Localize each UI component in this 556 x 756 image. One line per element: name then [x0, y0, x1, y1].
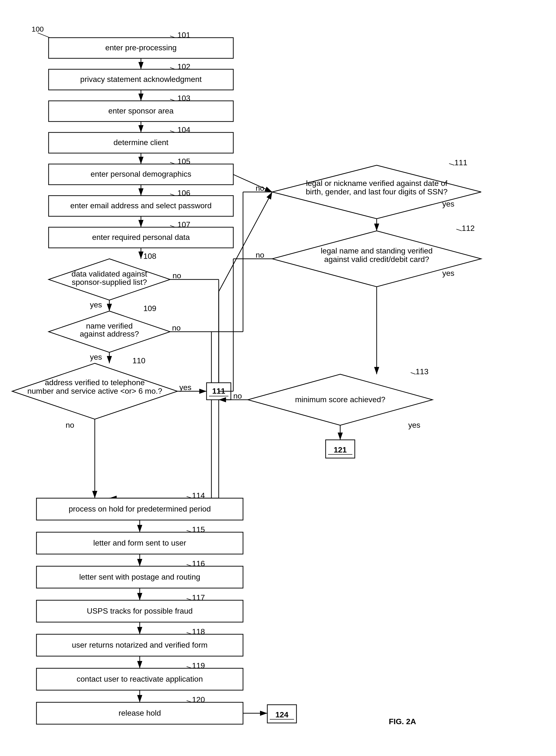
label-124: 124 — [275, 710, 288, 719]
ref-108: 108 — [143, 252, 156, 261]
ref-100: 100 — [32, 25, 44, 33]
label-118: user returns notarized and verified form — [72, 641, 208, 649]
label-107: enter required personal data — [92, 233, 190, 242]
label-108a: data validated against — [71, 270, 147, 278]
flowchart-diagram: 100 enter pre-processing 101 privacy sta… — [0, 0, 556, 756]
label-113-yes: yes — [408, 421, 420, 429]
label-109-no: no — [172, 323, 181, 332]
ref-111b: 111 — [454, 158, 467, 167]
label-112b: against valid credit/debit card? — [324, 255, 429, 264]
label-112-no: no — [256, 250, 265, 259]
label-121: 121 — [334, 445, 347, 454]
ref-112: 112 — [462, 224, 475, 233]
label-112a: legal name and standing verified — [321, 246, 433, 255]
label-109-yes: yes — [90, 353, 102, 362]
ref-106: 106 — [177, 188, 190, 197]
ref-118: 118 — [192, 627, 205, 636]
ref-115: 115 — [192, 525, 205, 534]
label-104: determine client — [113, 138, 168, 147]
label-110-no: no — [66, 421, 74, 429]
ref-103: 103 — [177, 94, 190, 103]
ref-113: 113 — [416, 367, 428, 376]
label-112-yes: yes — [442, 269, 454, 277]
ref-102: 102 — [177, 62, 190, 71]
ref-107: 107 — [177, 220, 190, 229]
ref-101: 101 — [177, 31, 190, 39]
label-114: process on hold for predetermined period — [69, 505, 211, 513]
label-108-no: no — [173, 271, 181, 280]
label-120: release hold — [118, 709, 161, 717]
label-116: letter sent with postage and routing — [79, 573, 200, 581]
ref-109: 109 — [143, 304, 156, 313]
label-101: enter pre-processing — [105, 43, 176, 52]
fig-label: FIG. 2A — [389, 717, 416, 726]
ref-104: 104 — [177, 126, 190, 134]
label-111b-b: birth, gender, and last four digits of S… — [306, 187, 447, 196]
ref-105: 105 — [177, 157, 190, 166]
label-117: USPS tracks for possible fraud — [87, 607, 193, 615]
label-115: letter and form sent to user — [93, 539, 186, 547]
ref-119: 119 — [192, 661, 205, 670]
label-119: contact user to reactivate application — [76, 675, 203, 683]
label-110a: address verified to telephone — [45, 378, 145, 387]
label-105: enter personal demographics — [91, 170, 191, 178]
label-102: privacy statement acknowledgment — [80, 75, 202, 83]
ref-110: 110 — [133, 356, 145, 365]
label-113-no: no — [233, 391, 242, 400]
label-113: minimum score achieved? — [295, 395, 385, 404]
label-111b-yes: yes — [442, 200, 454, 208]
label-110b: number and service active <or> 6 mo.? — [28, 387, 162, 396]
label-103: enter sponsor area — [108, 106, 174, 115]
label-109b: against address? — [80, 330, 139, 338]
label-110-yes: yes — [179, 383, 192, 392]
label-106: enter email address and select password — [70, 201, 212, 210]
ref-114: 114 — [192, 491, 205, 500]
ref-116: 116 — [192, 559, 205, 568]
ref-120: 120 — [192, 695, 205, 704]
label-109a: name verified — [86, 321, 133, 330]
ref-117: 117 — [192, 593, 205, 602]
label-111b-a: legal or nickname verified against date … — [306, 179, 447, 187]
label-108b: sponsor-supplied list? — [72, 278, 147, 286]
label-108-yes: yes — [90, 300, 102, 309]
